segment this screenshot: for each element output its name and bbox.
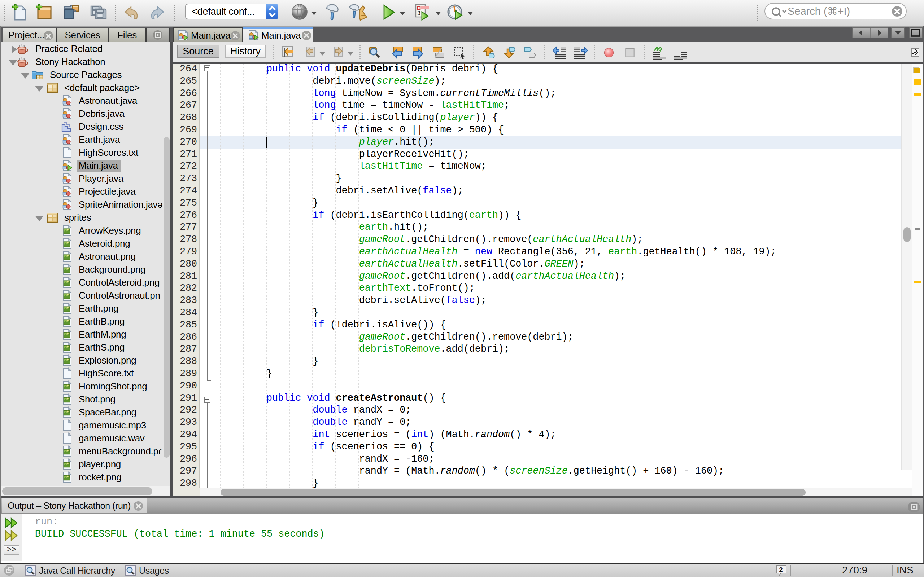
svg-text:3: 3 — [417, 10, 420, 16]
svg-text:2: 2 — [779, 566, 782, 574]
